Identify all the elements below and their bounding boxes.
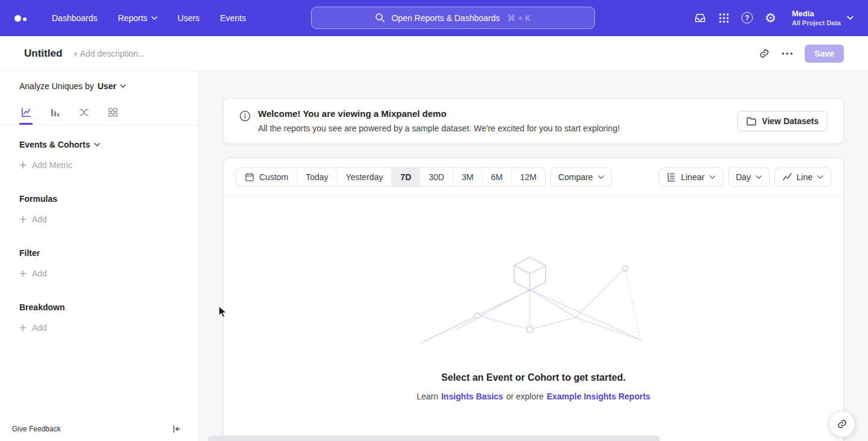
primary-nav: Dashboards Reports Users Events bbox=[52, 13, 246, 23]
plus-icon bbox=[19, 324, 27, 331]
range-6m[interactable]: 6M bbox=[482, 168, 511, 186]
tab-funnels[interactable] bbox=[48, 101, 61, 125]
settings-gear-icon[interactable]: ⚙ bbox=[765, 11, 776, 24]
welcome-banner: Welcome! You are viewing a Mixpanel demo… bbox=[223, 98, 844, 144]
top-navbar: Dashboards Reports Users Events Open Rep… bbox=[0, 0, 868, 36]
chevron-down-icon bbox=[151, 16, 157, 20]
inbox-icon[interactable] bbox=[694, 12, 706, 23]
chevron-down-icon bbox=[817, 175, 823, 179]
project-switcher[interactable]: Media All Project Data bbox=[792, 8, 854, 28]
range-12m[interactable]: 12M bbox=[511, 168, 545, 186]
sidebar-footer: Give Feedback bbox=[0, 417, 198, 441]
add-filter-button[interactable]: Add bbox=[19, 269, 179, 278]
insights-basics-link[interactable]: Insights Basics bbox=[441, 392, 503, 401]
tab-insights[interactable] bbox=[19, 101, 33, 125]
report-header-actions: Save bbox=[759, 45, 844, 63]
nav-events[interactable]: Events bbox=[220, 13, 246, 23]
date-range-segmented-control: Custom Today Yesterday 7D 30D 3M 6M 12M bbox=[236, 167, 546, 187]
nav-users[interactable]: Users bbox=[178, 13, 200, 23]
flows-icon bbox=[78, 107, 90, 118]
project-name: Media bbox=[792, 8, 841, 19]
insights-report-card: Custom Today Yesterday 7D 30D 3M 6M 12M … bbox=[223, 158, 844, 441]
analyze-by-dropdown[interactable]: User bbox=[98, 81, 126, 91]
navbar-right-group: ? ⚙ Media All Project Data bbox=[694, 8, 854, 28]
project-text: Media All Project Data bbox=[792, 8, 841, 28]
line-chart-icon bbox=[782, 172, 792, 182]
empty-state-illustration bbox=[419, 255, 648, 347]
linear-scale-icon bbox=[667, 172, 676, 182]
add-metric-button[interactable]: Add Metric bbox=[19, 160, 179, 170]
banner-text: Welcome! You are viewing a Mixpanel demo… bbox=[258, 107, 620, 134]
collapse-sidebar-icon[interactable] bbox=[172, 424, 181, 434]
range-30d[interactable]: 30D bbox=[420, 168, 453, 186]
horizontal-scrollbar[interactable] bbox=[208, 436, 660, 441]
formulas-section: Formulas Add bbox=[0, 194, 198, 224]
retention-grid-icon bbox=[107, 107, 119, 118]
tab-retention[interactable] bbox=[106, 101, 119, 125]
analyze-label: Analyze Uniques by bbox=[19, 81, 94, 91]
interval-dropdown[interactable]: Day bbox=[728, 167, 770, 187]
chevron-down-icon bbox=[756, 175, 762, 179]
search-label: Open Reports & Dashboards bbox=[391, 13, 500, 23]
link-icon bbox=[837, 419, 848, 430]
chevron-down-icon bbox=[847, 16, 854, 20]
add-description-field[interactable]: + Add description... bbox=[73, 49, 145, 58]
add-breakdown-button[interactable]: Add bbox=[19, 323, 179, 333]
main-content: Welcome! You are viewing a Mixpanel demo… bbox=[199, 71, 868, 441]
analyze-row: Analyze Uniques by User bbox=[0, 71, 198, 101]
chevron-down-icon bbox=[709, 175, 715, 179]
plus-icon bbox=[19, 270, 27, 277]
range-7d[interactable]: 7D bbox=[391, 168, 420, 186]
filter-section: Filter Add bbox=[0, 248, 198, 278]
save-button[interactable]: Save bbox=[805, 45, 844, 63]
logo-dot-small bbox=[23, 17, 27, 21]
calendar-icon bbox=[245, 172, 254, 182]
report-title[interactable]: Untitled bbox=[24, 48, 62, 60]
empty-state-links: Learn Insights Basics or explore Example… bbox=[224, 392, 843, 401]
share-link-fab[interactable] bbox=[829, 411, 855, 437]
breakdown-section: Breakdown Add bbox=[0, 302, 198, 333]
add-formula-button[interactable]: Add bbox=[19, 214, 179, 224]
range-3m[interactable]: 3M bbox=[453, 168, 482, 186]
events-cohorts-section: Events & Cohorts Add Metric bbox=[0, 140, 198, 170]
range-yesterday[interactable]: Yesterday bbox=[337, 168, 392, 186]
banner-title: Welcome! You are viewing a Mixpanel demo bbox=[258, 107, 620, 120]
mixpanel-logo[interactable] bbox=[14, 15, 27, 22]
banner-subtitle: All the reports you see are powered by a… bbox=[258, 122, 620, 134]
search-shortcut: ⌘ + K bbox=[507, 13, 530, 23]
more-options-icon[interactable] bbox=[782, 52, 793, 55]
nav-reports[interactable]: Reports bbox=[118, 13, 157, 23]
explore-text: or explore bbox=[506, 392, 544, 401]
plus-icon bbox=[19, 216, 27, 223]
give-feedback-link[interactable]: Give Feedback bbox=[12, 425, 61, 433]
chart-type-dropdown[interactable]: Line bbox=[775, 167, 831, 187]
chevron-down-icon bbox=[598, 175, 604, 179]
app-root: Dashboards Reports Users Events Open Rep… bbox=[0, 0, 868, 441]
empty-state: Select an Event or Cohort to get started… bbox=[224, 196, 843, 401]
help-icon[interactable]: ? bbox=[741, 12, 753, 23]
chevron-down-icon bbox=[94, 143, 100, 146]
events-cohorts-header[interactable]: Events & Cohorts bbox=[19, 140, 179, 149]
example-reports-link[interactable]: Example Insights Reports bbox=[547, 392, 650, 401]
report-header: Untitled + Add description... Save bbox=[0, 36, 868, 71]
insights-chart-icon bbox=[20, 107, 32, 118]
copy-link-icon[interactable] bbox=[759, 48, 770, 59]
tab-flows[interactable] bbox=[77, 101, 90, 125]
empty-state-title: Select an Event or Cohort to get started… bbox=[224, 372, 843, 383]
logo-dot-large bbox=[14, 15, 21, 22]
project-scope: All Project Data bbox=[792, 19, 841, 28]
apps-grid-icon[interactable] bbox=[719, 13, 729, 23]
report-type-tabs bbox=[0, 101, 198, 125]
view-datasets-button[interactable]: View Datasets bbox=[737, 111, 828, 131]
nav-dashboards[interactable]: Dashboards bbox=[52, 13, 98, 23]
compare-button[interactable]: Compare bbox=[550, 167, 612, 187]
learn-prefix: Learn bbox=[417, 392, 438, 401]
info-icon bbox=[239, 110, 251, 122]
chevron-down-icon bbox=[120, 84, 126, 88]
range-today[interactable]: Today bbox=[297, 168, 336, 186]
scale-dropdown[interactable]: Linear bbox=[659, 167, 723, 187]
global-search[interactable]: Open Reports & Dashboards ⌘ + K bbox=[311, 7, 595, 29]
range-custom[interactable]: Custom bbox=[236, 168, 297, 186]
folder-icon bbox=[746, 117, 756, 126]
formulas-header: Formulas bbox=[19, 194, 179, 204]
